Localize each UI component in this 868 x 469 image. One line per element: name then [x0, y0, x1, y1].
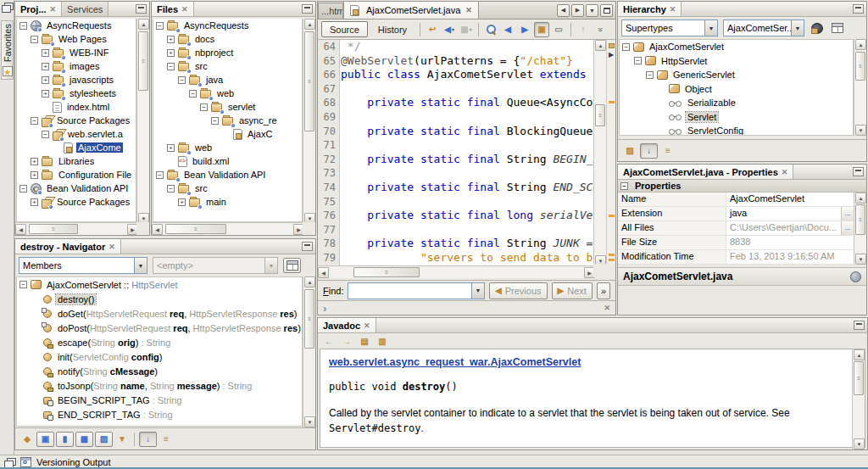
tab-ajaxcometservlet-java-properties[interactable]: AjaxCometServlet.java - Properties✕ — [618, 165, 793, 179]
hierarchy-class-combo[interactable]: AjaxCometSer... ▼ — [723, 20, 804, 36]
vertical-scrollbar[interactable]: ▲▼≡ — [852, 349, 865, 449]
scroll-up-icon[interactable]: ▲ — [855, 39, 866, 50]
close-icon[interactable]: ✕ — [604, 304, 610, 312]
tree-row[interactable]: notify(String cMessage) — [17, 364, 302, 378]
tree-node-label[interactable]: main — [204, 197, 228, 207]
versioning-output-icon[interactable] — [20, 457, 31, 467]
tree-row[interactable]: +javascripts — [17, 73, 136, 87]
minimize-panel-icon[interactable] — [854, 321, 865, 330]
show-fields-icon[interactable]: ▣ — [36, 432, 54, 447]
expand-toggle[interactable]: + — [31, 158, 38, 165]
expand-toggle[interactable]: − — [156, 171, 164, 179]
copy-icon[interactable]: ▥ — [375, 334, 390, 349]
tree-node-label[interactable]: notify(String cMessage) — [56, 366, 159, 377]
filter-javadoc-icon[interactable]: ▧ — [622, 143, 637, 159]
tree-row[interactable]: −Bean Validation API — [153, 168, 302, 181]
window-restore-icon[interactable] — [4, 458, 15, 467]
tree-node-label[interactable]: GenericServlet — [671, 70, 737, 80]
maximize-icon[interactable] — [600, 4, 613, 17]
tree-node-label[interactable]: JUNK : String — [56, 424, 116, 427]
tree-node-label[interactable]: java — [204, 75, 225, 85]
scroll-left-icon[interactable]: ◀ — [15, 224, 26, 235]
show-static-icon[interactable]: ▨ — [95, 432, 113, 447]
tree-row[interactable]: destroy() — [17, 292, 302, 306]
tree-row[interactable]: −AjaxCometServlet — [620, 40, 853, 54]
tree-node-label[interactable]: index.html — [65, 102, 111, 112]
toggle-highlight-icon[interactable]: ▣ — [534, 22, 549, 37]
back-icon[interactable]: ← — [321, 334, 337, 349]
minimize-panel-icon[interactable] — [853, 167, 864, 176]
tree-node-label[interactable]: HttpServlet — [659, 56, 709, 66]
tree-row[interactable]: −servlet — [153, 100, 302, 114]
tree-node-label[interactable]: Servlet — [686, 112, 718, 122]
tree-node-label[interactable]: toJsonp(String name, String message) : S… — [56, 381, 253, 391]
expand-toggle[interactable]: − — [19, 185, 27, 193]
chevron-down-icon[interactable]: ▼ — [704, 20, 717, 36]
navigator-views-icon[interactable] — [283, 258, 301, 273]
minimize-panel-icon[interactable] — [302, 242, 313, 251]
scrollbar-thumb[interactable]: ≡ — [855, 204, 865, 235]
expand-toggle[interactable]: + — [31, 198, 38, 206]
hierarchy-tree[interactable]: −AjaxCometServlet−HttpServlet−GenericSer… — [619, 39, 854, 136]
tree-node-label[interactable]: nbproject — [193, 47, 235, 58]
source-button[interactable]: Source — [321, 21, 368, 37]
tree-row[interactable]: Serializable — [620, 96, 853, 110]
document-tab-ajaxcometservlet-java[interactable]: AjaxCometServlet.java✕ — [343, 1, 479, 19]
expand-toggle[interactable]: − — [31, 117, 38, 125]
tree-row[interactable]: index.html — [17, 100, 136, 114]
annotation-mark[interactable] — [609, 259, 615, 261]
scroll-up-icon[interactable]: ▲ — [304, 19, 315, 30]
property-value[interactable]: C:\Users\Geertjan\Docu... — [726, 221, 841, 235]
scrollbar-thumb[interactable]: ≡ — [854, 361, 864, 395]
tab-services[interactable]: Services — [62, 2, 108, 16]
vertical-scrollbar[interactable]: ▲▼≡ — [303, 276, 315, 427]
tree-node-label[interactable]: AjaxCome — [76, 142, 123, 153]
expand-toggle[interactable]: − — [189, 90, 197, 98]
scroll-up-icon[interactable]: ▲ — [595, 40, 606, 51]
inspect-class-icon[interactable] — [810, 20, 825, 36]
sort-alpha-icon[interactable]: ↓ — [139, 432, 157, 447]
expand-toggle[interactable]: − — [167, 185, 175, 193]
history-button[interactable]: History — [370, 21, 415, 37]
annotation-mark[interactable] — [609, 101, 615, 103]
tree-node-label[interactable]: escape(String orig) : String — [56, 338, 172, 348]
tree-row[interactable]: +stylesheets — [17, 87, 136, 100]
tree-row[interactable]: build.xml — [153, 154, 302, 168]
tree-row[interactable]: +nbproject — [153, 46, 302, 59]
tree-node-label[interactable]: AjaxCometServlet — [648, 42, 726, 52]
tree-node-label[interactable]: ServletConfig — [686, 126, 745, 136]
code-editor[interactable]: 64656667686970717273747576777879 */@WebS… — [318, 40, 615, 266]
scrollbar-thumb[interactable]: ≡ — [29, 224, 78, 234]
tree-node-label[interactable]: AsyncRequests — [182, 20, 250, 31]
tree-node-label[interactable]: Source Packages — [55, 115, 131, 126]
expand-toggle[interactable]: + — [167, 144, 175, 152]
expand-toggle[interactable]: + — [167, 49, 175, 57]
tree-node-label[interactable]: src — [193, 183, 209, 193]
error-stripe[interactable]: ▶ — [606, 40, 615, 266]
property-value[interactable]: Feb 13, 2013 9:16:50 AM — [726, 250, 854, 264]
tree-node-label[interactable]: Configuration File — [57, 170, 133, 180]
expand-toggle[interactable]: − — [167, 63, 175, 70]
tree-row[interactable]: −Web Pages — [17, 32, 136, 46]
chevron-down-icon[interactable]: ▼ — [791, 20, 804, 36]
diff-icon[interactable]: ▦▾ — [459, 22, 474, 37]
scroll-up-icon[interactable]: ▲ — [854, 349, 865, 360]
tree-row[interactable]: +Configuration File — [17, 168, 136, 181]
scroll-up-icon[interactable]: ▲ — [855, 193, 866, 204]
horizontal-scrollbar[interactable]: ◀▶≡ — [15, 222, 138, 235]
find-selection-icon[interactable] — [483, 22, 498, 37]
tree-row[interactable]: AjaxCome — [17, 141, 136, 154]
tree-row[interactable]: doGet(HttpServletRequest req, HttpServle… — [17, 306, 302, 321]
chevron-down-icon[interactable]: ▼ — [134, 258, 147, 273]
tree-row[interactable]: +images — [17, 59, 136, 73]
close-icon[interactable]: ✕ — [108, 243, 115, 251]
expand-toggle[interactable]: + — [42, 90, 49, 98]
property-row[interactable]: Modification TimeFeb 13, 2013 9:16:50 AM — [618, 250, 854, 265]
tree-row[interactable]: −src — [153, 59, 302, 73]
tree-node-label[interactable]: Libraries — [57, 156, 96, 166]
tree-row[interactable]: Servlet — [620, 110, 853, 125]
tree-row[interactable]: BEGIN_SCRIPT_TAG : String — [17, 393, 302, 407]
tree-row[interactable]: init(ServletConfig config) — [17, 349, 302, 364]
favorites-tab[interactable]: Favorites — [1, 20, 14, 80]
tree-node-label[interactable]: web.servlet.a — [66, 129, 125, 139]
